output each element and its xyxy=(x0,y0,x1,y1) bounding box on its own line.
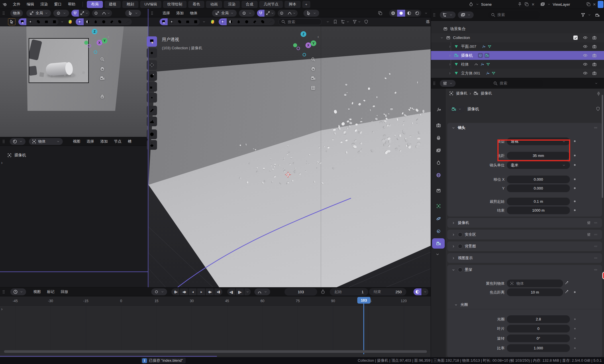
hide-eye-icon[interactable] xyxy=(583,71,588,76)
meshdata-badge-icon[interactable] xyxy=(487,44,492,49)
workspace-tab-3[interactable]: UV编辑 xyxy=(140,1,161,8)
disable-render-icon[interactable] xyxy=(592,44,597,49)
modifier-badge-icon[interactable] xyxy=(481,44,486,49)
auto-keying-button[interactable] xyxy=(254,288,270,295)
timeline-menu-1[interactable]: 标记 xyxy=(44,288,58,296)
playhead-line[interactable] xyxy=(363,303,364,354)
expand-icon[interactable] xyxy=(451,256,456,260)
meshdata-badge-icon[interactable] xyxy=(491,71,496,75)
material-preview-gem-icon[interactable] xyxy=(68,19,73,24)
chevron-down-icon[interactable] xyxy=(346,20,350,24)
animate-dot[interactable] xyxy=(574,338,576,339)
scene-selector[interactable]: Scene ✕ xyxy=(468,2,535,7)
disable-render-icon[interactable] xyxy=(592,71,597,76)
pin-icon[interactable] xyxy=(517,2,522,7)
editor-border-highlight[interactable] xyxy=(148,9,148,287)
region-divider[interactable] xyxy=(0,356,217,357)
timeline-tracks[interactable] xyxy=(0,306,431,351)
sidebar-toggle-icon[interactable]: ‹ xyxy=(108,34,109,39)
workspace-tab-6[interactable]: 动画 xyxy=(206,1,222,8)
viewport-menu-1[interactable]: 添加 xyxy=(173,9,187,17)
outliner-item-label[interactable]: 平面.007 xyxy=(461,44,476,49)
hide-eye-icon[interactable] xyxy=(583,62,588,67)
expand-icon[interactable] xyxy=(451,221,456,225)
next-keyframe-button[interactable]: ◆▸ xyxy=(206,288,214,295)
select-mode-intersect[interactable] xyxy=(192,18,200,25)
outliner-item-label[interactable]: 立方体.001 xyxy=(461,71,480,76)
hide-eye-icon[interactable] xyxy=(583,35,588,40)
corner-badge[interactable] xyxy=(598,1,603,8)
aperture-field-1[interactable]: 0 xyxy=(507,325,570,332)
camera-preview-scene[interactable] xyxy=(0,26,148,137)
overlay-g[interactable] xyxy=(124,18,132,25)
grip-icon[interactable] xyxy=(432,12,437,17)
frame-start-field[interactable]: 起始1 xyxy=(330,288,368,296)
expand-icon[interactable] xyxy=(447,71,453,75)
aperture-field-3[interactable]: 1.000 xyxy=(507,344,570,352)
timeline-scrollbar[interactable] xyxy=(4,350,427,353)
sync-dropdown[interactable] xyxy=(422,288,428,295)
aperture-header[interactable]: 光圈 xyxy=(454,302,468,307)
properties-scrollbar[interactable] xyxy=(602,95,603,198)
keying-set-button[interactable] xyxy=(151,288,167,295)
collection-checkbox[interactable] xyxy=(573,36,578,40)
panel-grip-icon[interactable] xyxy=(593,221,598,225)
mode-selector[interactable]: 物体 xyxy=(10,10,23,17)
camera-view-icon[interactable] xyxy=(309,74,317,82)
play-reverse-button[interactable]: ◂ xyxy=(189,288,197,295)
editor-type-button[interactable] xyxy=(440,11,456,18)
shading-rendered[interactable] xyxy=(413,10,421,17)
outliner-row-摄像机[interactable]: 摄像机 xyxy=(431,51,604,60)
dof-panel-header[interactable]: 景深 xyxy=(447,265,602,275)
workspace-tab-2[interactable]: 雕刻 xyxy=(122,1,138,8)
node-editor-menu-4[interactable]: 槽 xyxy=(125,137,135,145)
collapse-icon[interactable] xyxy=(439,36,445,40)
app-menu-2[interactable]: 渲染 xyxy=(37,0,51,9)
app-menu-3[interactable]: 窗口 xyxy=(51,0,65,9)
panel-安全区[interactable]: 安全区 xyxy=(447,230,602,239)
region-divider[interactable] xyxy=(0,271,148,272)
animate-dot[interactable] xyxy=(574,318,576,320)
disable-render-icon[interactable] xyxy=(592,53,597,58)
sync-mode-button[interactable] xyxy=(413,288,421,295)
workspace-tab-7[interactable]: 渲染 xyxy=(224,1,240,8)
frame-jump-dropdown[interactable] xyxy=(244,288,251,295)
editor-type-button[interactable] xyxy=(10,288,26,295)
workspace-tab-8[interactable]: 合成 xyxy=(242,1,258,8)
viewport-menu-0[interactable]: 选择 xyxy=(159,9,173,17)
select-mode-box[interactable] xyxy=(160,18,168,25)
disable-render-icon[interactable] xyxy=(592,35,597,40)
hide-eye-icon[interactable] xyxy=(583,44,588,49)
close-icon[interactable]: ✕ xyxy=(531,2,535,7)
panel-grip-icon[interactable] xyxy=(593,232,598,237)
disable-render-icon[interactable] xyxy=(592,62,597,67)
outliner-row-Collection[interactable]: Collection xyxy=(431,33,604,42)
proportional-edit-toggle[interactable] xyxy=(278,10,286,17)
overlay-a[interactable] xyxy=(219,18,227,25)
animate-dot[interactable] xyxy=(574,291,576,293)
snap-target[interactable] xyxy=(79,10,90,17)
viewport-scene[interactable] xyxy=(148,26,431,287)
chevron-down-icon[interactable] xyxy=(547,2,551,6)
panel-checkbox[interactable] xyxy=(458,232,462,237)
node-editor-menu-2[interactable]: 添加 xyxy=(97,137,111,145)
new-scene-icon[interactable] xyxy=(524,2,529,7)
sidebar-toggle-icon[interactable]: ‹ xyxy=(317,34,319,39)
workspace-tab-0[interactable]: 布局 xyxy=(87,1,103,8)
lock-view-icon[interactable] xyxy=(99,93,106,100)
camera-view-icon[interactable] xyxy=(99,74,106,82)
new-viewlayer-icon[interactable] xyxy=(586,2,591,7)
zoom-icon[interactable] xyxy=(309,56,317,63)
modifier-badge-icon[interactable] xyxy=(485,71,490,75)
overlay-f[interactable] xyxy=(116,18,124,25)
blender-logo-icon[interactable] xyxy=(0,2,10,7)
overlay-a[interactable] xyxy=(76,18,84,25)
chevron-down-icon[interactable] xyxy=(587,13,591,17)
select-mode-extend[interactable] xyxy=(168,18,176,25)
animate-dot[interactable] xyxy=(574,209,576,211)
viewport-search[interactable] xyxy=(278,18,322,25)
animate-dot[interactable] xyxy=(574,155,576,156)
3d-cursor[interactable] xyxy=(285,172,291,178)
pan-hand-icon[interactable] xyxy=(99,65,106,72)
prev-keyframe-button[interactable]: ◂◆ xyxy=(180,288,188,295)
